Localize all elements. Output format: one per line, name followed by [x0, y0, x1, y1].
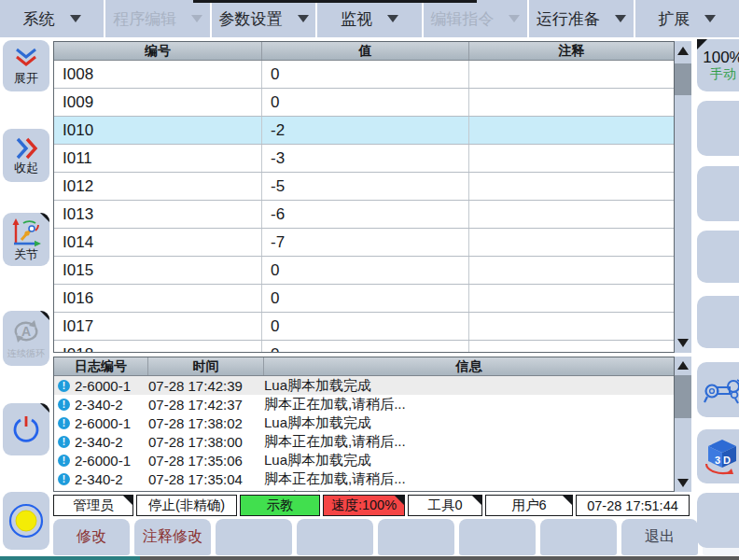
scrollbar-thumb[interactable]: [675, 63, 691, 95]
log-code: 2-340-2: [75, 471, 148, 487]
menu-item-label: 运行准备: [537, 8, 600, 30]
log-header: 日志编号 时间 信息: [54, 357, 674, 376]
right-panel-button-8[interactable]: [697, 493, 739, 548]
power-enable-button[interactable]: [3, 403, 49, 455]
double-chevron-down-icon: [12, 48, 40, 71]
cell-id: I014: [54, 229, 262, 256]
cell-value: -3: [262, 145, 469, 172]
menu-item[interactable]: 监视: [317, 0, 423, 37]
global-speed-button[interactable]: 100% 手动: [697, 39, 739, 91]
right-panel-button-5[interactable]: [697, 296, 739, 348]
global-speed-value: 100%: [703, 49, 739, 66]
log-row[interactable]: 2-340-2 07-28 17:42:37 脚本正在加载,请稍后...: [54, 395, 674, 413]
speed-badge[interactable]: 速度:100%: [323, 495, 405, 516]
teach-mode-badge: 示教: [240, 495, 320, 516]
log-row[interactable]: 2-6000-1 07-28 17:38:02 Lua脚本加载完成: [54, 413, 674, 432]
menu-item[interactable]: 参数设置: [212, 0, 317, 37]
corner-flag-icon: [40, 403, 49, 413]
robot-arm-button[interactable]: [697, 362, 739, 417]
continuous-loop-button[interactable]: A 连续循环: [3, 311, 49, 366]
log-code: 2-6000-1: [75, 490, 148, 493]
chevron-down-icon: [387, 15, 398, 22]
table-row[interactable]: I017 0: [54, 313, 674, 341]
scroll-up-icon[interactable]: [677, 47, 689, 55]
datetime-label: 07-28 17:51:44: [587, 498, 678, 513]
table-row[interactable]: I018 0: [54, 341, 674, 353]
table-row[interactable]: I011 -3: [54, 145, 674, 173]
user-level-label: 管理员: [73, 497, 114, 514]
cell-id: I018: [54, 341, 262, 353]
variable-table-header: 编号 值 注释: [54, 42, 674, 61]
log-message: Lua脚本加载完成: [264, 452, 674, 469]
right-panel-button-3[interactable]: [697, 166, 739, 221]
servo-enable-button[interactable]: [3, 492, 49, 550]
function-key-button[interactable]: [216, 519, 292, 555]
log-row[interactable]: 2-6000-1 07-28 17:33:52 Lua脚本加载完成: [54, 488, 674, 492]
table-row[interactable]: I016 0: [54, 285, 674, 313]
menu-item[interactable]: 扩展: [635, 0, 739, 37]
scroll-down-icon[interactable]: [677, 339, 689, 347]
scroll-up-icon[interactable]: [677, 361, 689, 370]
datetime-display: 07-28 17:51:44: [576, 495, 690, 516]
table-row[interactable]: I015 0: [54, 257, 674, 285]
table-row[interactable]: I012 -5: [54, 173, 674, 201]
function-key-button[interactable]: [297, 519, 373, 555]
operation-mode-label: 手动: [710, 66, 736, 82]
scrollbar-thumb[interactable]: [675, 375, 691, 418]
user-frame-badge[interactable]: 用户6: [485, 495, 573, 516]
log-body: 2-6000-1 07-28 17:42:39 Lua脚本加载完成 2-340-…: [54, 376, 674, 492]
table-row[interactable]: I009 0: [54, 89, 674, 117]
scroll-down-icon[interactable]: [677, 479, 689, 487]
function-key-button[interactable]: [459, 519, 536, 555]
function-key-bar: 修改 注释修改: [53, 519, 739, 555]
table-row[interactable]: I008 0: [54, 61, 674, 89]
menu-bar: 系统 程序编辑 参数设置 监视 编辑指令: [0, 0, 739, 37]
function-key-button[interactable]: 修改: [53, 519, 130, 555]
right-panel-button-4[interactable]: [697, 231, 739, 283]
collapse-button[interactable]: 收起: [3, 129, 49, 182]
teach-mode-label: 示教: [267, 497, 294, 514]
bottom-edge-strip: [140, 556, 739, 560]
info-icon: [58, 380, 70, 392]
cell-value: 0: [262, 285, 469, 312]
menu-item[interactable]: 运行准备: [529, 0, 634, 37]
log-row[interactable]: 2-340-2 07-28 17:38:00 脚本正在加载,请稍后...: [54, 432, 674, 451]
log-row[interactable]: 2-6000-1 07-28 17:42:39 Lua脚本加载完成: [54, 376, 674, 395]
log-message: Lua脚本加载完成: [264, 414, 674, 432]
cell-id: I011: [54, 145, 262, 172]
svg-text:3: 3: [715, 455, 720, 466]
cell-comment: [469, 313, 674, 340]
right-panel-button-2[interactable]: [697, 101, 739, 156]
column-header-value: 值: [262, 42, 469, 60]
log-time: 07-28 17:42:39: [148, 378, 264, 394]
function-key-button[interactable]: [378, 519, 454, 555]
joint-axes-robot-icon: [10, 217, 42, 247]
log-row[interactable]: 2-6000-1 07-28 17:35:06 Lua脚本加载完成: [54, 451, 674, 469]
corner-flag-icon: [472, 496, 481, 505]
menu-item[interactable]: 系统: [0, 0, 105, 37]
menu-item[interactable]: 程序编辑: [105, 0, 211, 37]
function-key-button[interactable]: 注释修改: [134, 519, 211, 555]
user-level-badge[interactable]: 管理员: [53, 495, 133, 516]
corner-flag-icon: [123, 496, 132, 505]
info-icon: [58, 473, 70, 485]
cell-value: 0: [262, 61, 469, 88]
table-row[interactable]: I014 -7: [54, 229, 674, 257]
menu-open-indicator-line: [193, 0, 477, 3]
tool-badge[interactable]: 工具0: [408, 495, 482, 516]
table-row[interactable]: I013 -6: [54, 201, 674, 229]
cell-id: I013: [54, 201, 262, 228]
cell-value: 0: [262, 341, 469, 353]
function-key-button[interactable]: [540, 519, 617, 555]
log-row[interactable]: 2-340-2 07-28 17:35:04 脚本正在加载,请稍后...: [54, 469, 674, 488]
cell-comment: [469, 229, 674, 256]
menu-item[interactable]: 编辑指令: [424, 0, 529, 37]
joint-coordinate-button[interactable]: 关节: [3, 213, 49, 266]
view-3d-button[interactable]: 3 D: [697, 429, 739, 483]
log-scrollbar[interactable]: [675, 357, 691, 492]
function-key-button[interactable]: 退出: [621, 519, 698, 555]
table-scrollbar[interactable]: [675, 41, 691, 353]
table-row[interactable]: I010 -2: [54, 117, 674, 145]
info-icon: [58, 455, 70, 467]
expand-button[interactable]: 展开: [3, 40, 49, 91]
